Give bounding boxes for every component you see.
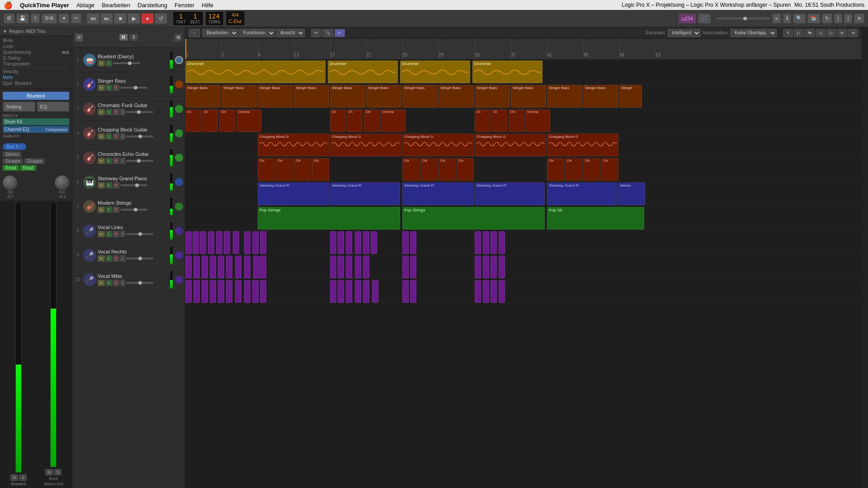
tempo-display[interactable]: 124 TEMPO <box>205 11 224 26</box>
ansicht-select[interactable]: Ansicht <box>276 29 305 37</box>
volume-5[interactable] <box>126 160 153 162</box>
m-button-right[interactable]: M <box>45 469 53 475</box>
volume-7[interactable] <box>120 209 147 211</box>
record-btn-7[interactable]: R <box>113 206 120 213</box>
clip-drummer-1a[interactable]: Drummer <box>185 61 326 83</box>
clip-vocal8-15[interactable] <box>363 231 369 254</box>
clip-vocal10-11[interactable] <box>330 280 336 303</box>
input-btn-3[interactable]: I <box>120 109 125 115</box>
clip-piano-6[interactable]: Steinw <box>618 183 645 205</box>
clip-vocal9-12[interactable] <box>338 256 344 278</box>
s-button-left[interactable]: S <box>19 474 26 481</box>
clip-vocal10-14[interactable] <box>355 280 361 303</box>
menu-fenster[interactable]: Fenster <box>175 2 194 9</box>
clip-guitar-3-5[interactable]: Ch <box>330 109 346 132</box>
clip-vocal9-4[interactable] <box>210 256 216 278</box>
clip-strings-2[interactable]: Pop Strings <box>402 207 545 230</box>
clip-vocal10-9[interactable] <box>252 280 259 303</box>
toolbar-btn-1[interactable]: ⚙ <box>4 14 14 23</box>
clip-vocal10-7[interactable] <box>235 280 241 303</box>
read-badge[interactable]: Read <box>3 165 19 171</box>
rewind-button[interactable]: ⏮ <box>87 13 99 24</box>
clip-guitar-3-8[interactable]: Chroma <box>381 109 406 132</box>
clip-vocal9-17[interactable] <box>410 256 416 278</box>
clip-bass-7[interactable]: Stinger Bass <box>402 85 438 108</box>
solo-btn-7[interactable]: S <box>106 206 112 213</box>
clip-guitar-3-7[interactable]: Chr <box>364 109 380 132</box>
clip-drummer-1d[interactable]: Drummer <box>472 61 542 83</box>
functions-select[interactable]: Funktionen <box>239 29 275 37</box>
mute-btn-9[interactable]: M <box>98 255 105 262</box>
clip-vocal10-16[interactable] <box>372 280 378 303</box>
clip-chron-9[interactable]: Chr <box>547 158 564 181</box>
solo-btn-3[interactable]: S <box>106 109 112 115</box>
clip-vocal10-5[interactable] <box>218 280 224 303</box>
edit-select[interactable]: Bearbeiten <box>203 29 238 37</box>
pan-knob-left[interactable] <box>3 175 17 190</box>
clip-piano-2[interactable]: Steinway Grand Pi <box>330 183 400 205</box>
channel-eq-slot[interactable]: Channel EQ Compressor <box>3 126 69 133</box>
loop-btn[interactable]: ⇆ <box>805 29 815 37</box>
s-button-right[interactable]: S <box>54 469 61 475</box>
record-btn-8[interactable]: R <box>113 231 120 237</box>
mute-btn-6[interactable]: M <box>98 182 105 188</box>
mute-btn-1[interactable]: M <box>98 60 105 66</box>
track-color-9[interactable] <box>175 251 183 259</box>
clip-bass-13[interactable]: Stinger <box>619 85 642 108</box>
left-nav-btn[interactable]: ⟨ <box>844 14 852 23</box>
mute-btn-10[interactable]: M <box>98 280 105 286</box>
pan-knob-right[interactable] <box>55 175 69 190</box>
clip-chron-12[interactable]: Chr <box>601 158 618 181</box>
clip-tool[interactable]: 📎 <box>322 29 334 37</box>
clip-bass-10[interactable]: Stinger Bass <box>511 85 546 108</box>
clip-vocal8-1[interactable] <box>185 231 192 254</box>
track-settings-icon[interactable]: ⊞ <box>174 33 182 42</box>
verschieben-select[interactable]: Keine Überlapp. <box>731 29 777 37</box>
clip-chop-2[interactable]: Chopping Block G <box>330 134 401 156</box>
clip-bass-6[interactable]: Stinger Bass <box>366 85 401 108</box>
solo-btn-6[interactable]: S <box>106 182 112 188</box>
clip-piano-3[interactable]: Steinway Grand Pi <box>402 183 474 205</box>
clip-strings-3[interactable]: Pop Str <box>547 207 644 230</box>
clip-chron-6[interactable]: Chr <box>420 158 438 181</box>
volume-6[interactable] <box>120 184 147 186</box>
clip-vocal8-11[interactable] <box>330 231 336 254</box>
clip-vocal9-19[interactable] <box>483 256 489 278</box>
read-badge2[interactable]: Read <box>20 165 36 171</box>
clip-vocal8-16[interactable] <box>371 231 377 254</box>
mute-btn-8[interactable]: M <box>98 231 105 237</box>
set-btn[interactable]: ⊳ <box>837 29 847 37</box>
clip-vocal9-1[interactable] <box>185 256 192 278</box>
clip-vocal9-2[interactable] <box>193 256 200 278</box>
play-button[interactable]: ▶ <box>127 13 140 24</box>
clip-chron-10[interactable]: Chr <box>565 158 582 181</box>
cycle-button[interactable]: ↺ <box>155 13 167 24</box>
add-track-button[interactable]: + <box>75 33 83 42</box>
clip-bass-12[interactable]: Stinger Bass <box>583 85 618 108</box>
clip-vocal8-2[interactable] <box>193 231 199 254</box>
toolbar-btn-2[interactable]: 💾 <box>16 14 29 23</box>
clip-guitar-3-9[interactable]: Ch <box>475 109 491 132</box>
drum-kit-slot[interactable]: Drum Kit <box>3 118 69 125</box>
setting-button[interactable]: Setting <box>3 102 35 112</box>
clip-guitar-3-11[interactable]: Chr <box>509 109 524 132</box>
clip-chop-5[interactable]: Chopping Block G <box>547 134 618 156</box>
clip-guitar-3-3[interactable]: Chr <box>219 109 235 132</box>
right-nav-btn[interactable]: ⟩ <box>834 14 842 23</box>
m-button-left[interactable]: M <box>10 474 19 481</box>
clip-vocal10-12[interactable] <box>338 280 344 303</box>
midi-btn[interactable]: u234 <box>679 14 696 23</box>
clip-chop-1[interactable]: Chopping Block G <box>258 134 329 156</box>
clip-vocal8-12[interactable] <box>338 231 344 254</box>
extra-btn[interactable]: ▷ <box>826 29 836 37</box>
cursor-btn[interactable]: ↖ <box>783 29 793 37</box>
mute-btn-7[interactable]: M <box>98 206 105 213</box>
clip-vocal10-3[interactable] <box>202 280 208 303</box>
toolbar-btn-settings[interactable]: ⚙⚙ <box>42 14 57 23</box>
clip-bass-2[interactable]: Stinger Bass <box>222 85 257 108</box>
volume-9[interactable] <box>126 258 153 259</box>
clip-vocal8-18[interactable] <box>410 231 416 254</box>
record-button[interactable]: ● <box>141 13 154 24</box>
clip-vocal8-3[interactable] <box>200 231 206 254</box>
clip-bass-11[interactable]: Stinger Bass <box>547 85 582 108</box>
